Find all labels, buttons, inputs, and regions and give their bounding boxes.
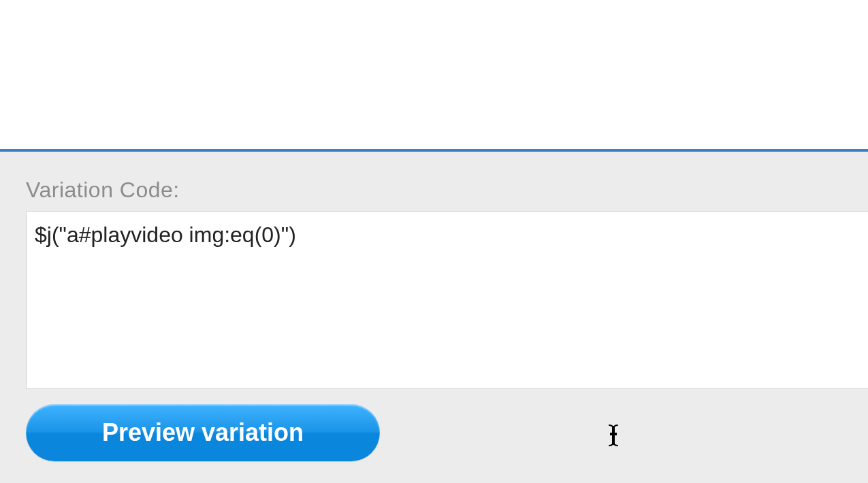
variation-panel: Variation Code: Preview variation xyxy=(0,152,868,483)
top-blank-area xyxy=(0,0,868,149)
preview-variation-button-label: Preview variation xyxy=(102,418,304,447)
preview-variation-button[interactable]: Preview variation xyxy=(26,404,380,461)
variation-code-label: Variation Code: xyxy=(26,178,868,203)
text-cursor-icon xyxy=(607,424,620,447)
variation-code-input[interactable] xyxy=(26,211,868,389)
